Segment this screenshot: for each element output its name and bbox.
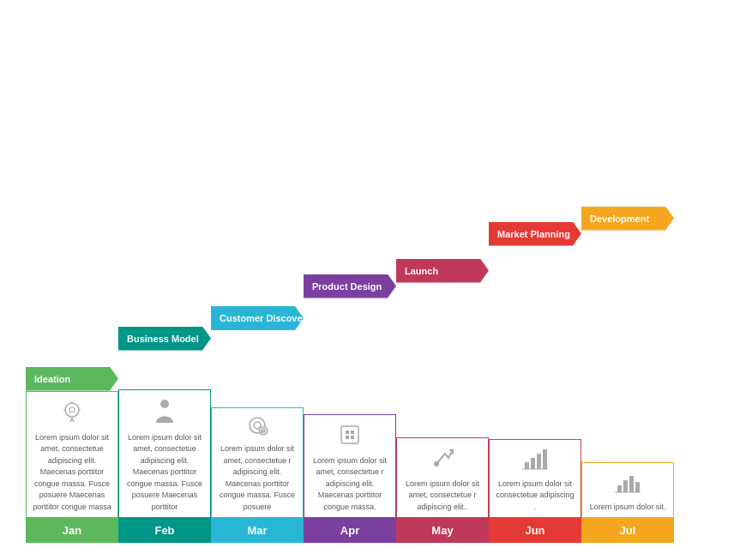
- col-may: Launch Lorem ipsum dolor sit amet, conse…: [396, 259, 489, 544]
- col-may-month: May: [396, 518, 489, 543]
- col-may-card: Lorem ipsum dolor sit amet, consectetue …: [396, 437, 489, 519]
- svg-rect-14: [341, 426, 358, 443]
- col-jun-text: Lorem ipsum dolor sit consectetue adipis…: [494, 479, 576, 514]
- svg-rect-22: [537, 454, 541, 469]
- col-apr-card: Lorem ipsum dolor sit amet, consectetue …: [304, 414, 396, 519]
- svg-point-8: [160, 400, 169, 408]
- col-may-icon: [430, 445, 455, 474]
- staircase-chart: Ideation Lorem ipsum dolor sit amet, con…: [26, 38, 720, 543]
- col-apr-month: Apr: [304, 518, 396, 543]
- svg-rect-23: [543, 449, 547, 469]
- col-feb: Business Model Lorem ipsum dolor sit ame…: [118, 327, 211, 544]
- col-jan-card: Lorem ipsum dolor sit amet, consectetue …: [26, 391, 118, 519]
- col-may-text: Lorem ipsum dolor sit amet, consectetue …: [401, 479, 484, 514]
- col-apr: Product Design Lorem ipsum dolor sit ame…: [304, 274, 396, 544]
- col-jul-icon: [615, 470, 641, 497]
- col-jul-text: Lorem ipsum dolor sit.: [590, 502, 666, 514]
- col-apr-label: Product Design: [304, 274, 396, 298]
- svg-point-0: [65, 403, 79, 417]
- page: Ideation Lorem ipsum dolor sit amet, con…: [0, 0, 746, 560]
- svg-rect-27: [629, 476, 634, 492]
- col-jul: Development Lorem ipsum dolor sit.Jul: [581, 207, 674, 544]
- col-jan-text: Lorem ipsum dolor sit amet, consectetue …: [31, 432, 113, 514]
- col-apr-icon: [337, 422, 363, 451]
- col-feb-icon: [153, 397, 177, 428]
- svg-rect-17: [346, 436, 349, 439]
- svg-rect-20: [525, 462, 529, 469]
- svg-rect-28: [635, 482, 640, 492]
- col-jan-month: Jan: [26, 518, 118, 543]
- svg-rect-15: [346, 431, 349, 434]
- col-jun-card: Lorem ipsum dolor sit consectetue adipis…: [489, 439, 581, 519]
- col-mar-month: Mar: [211, 518, 304, 543]
- col-jun: Market Planning Lorem ipsum dolor sit co…: [489, 222, 581, 544]
- col-mar-text: Lorem ipsum dolor sit amet, consectetue …: [216, 443, 298, 513]
- col-mar-label: Customer Discovery: [211, 306, 304, 330]
- svg-rect-16: [351, 431, 354, 434]
- col-mar-icon: [244, 415, 270, 439]
- col-jul-month: Jul: [581, 518, 674, 543]
- col-jul-card: Lorem ipsum dolor sit.: [581, 462, 674, 519]
- svg-rect-26: [623, 480, 628, 492]
- col-feb-month: Feb: [118, 518, 211, 543]
- col-mar: Customer Discovery Lorem ipsum dolor sit…: [211, 306, 304, 543]
- col-jan: Ideation Lorem ipsum dolor sit amet, con…: [26, 367, 118, 544]
- col-jun-month: Jun: [489, 518, 581, 543]
- col-jan-icon: [59, 399, 85, 428]
- svg-rect-21: [531, 458, 535, 469]
- col-apr-text: Lorem ipsum dolor sit amet, consectetue …: [309, 455, 391, 514]
- col-mar-card: Lorem ipsum dolor sit amet, consectetue …: [211, 407, 304, 518]
- col-feb-label: Business Model: [118, 327, 211, 351]
- svg-point-19: [434, 461, 439, 467]
- col-jun-icon: [522, 447, 548, 474]
- col-feb-text: Lorem ipsum dolor sit amet, consectetue …: [123, 432, 206, 514]
- svg-point-1: [69, 407, 75, 412]
- svg-rect-18: [351, 436, 354, 439]
- col-feb-card: Lorem ipsum dolor sit amet, consectetue …: [118, 389, 211, 519]
- col-jul-label: Development: [581, 207, 674, 231]
- svg-rect-25: [617, 485, 622, 492]
- col-jan-label: Ideation: [26, 367, 118, 391]
- svg-line-7: [72, 418, 74, 422]
- col-may-label: Launch: [396, 259, 489, 283]
- col-jun-label: Market Planning: [489, 222, 581, 246]
